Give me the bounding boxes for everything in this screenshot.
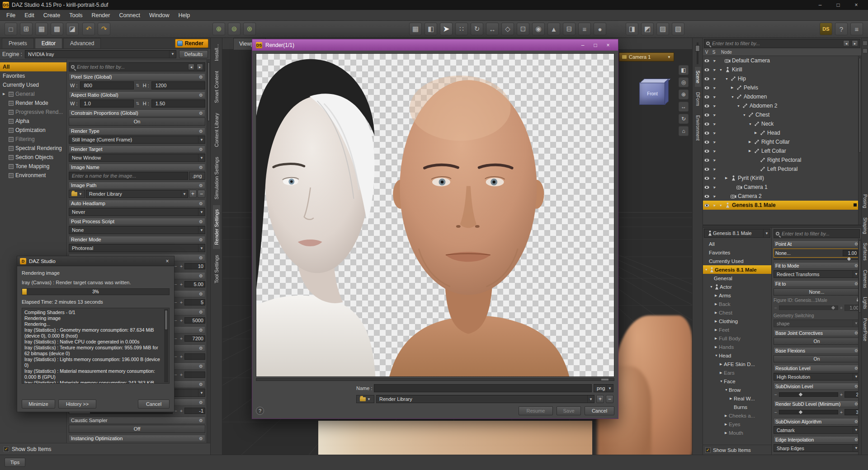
pane-tab-powerpose[interactable]: PowerPose [862, 315, 868, 345]
menu-edit[interactable]: Edit [20, 10, 39, 21]
expand-arrow-icon[interactable]: ▶ [715, 328, 719, 332]
tips-button[interactable]: Tips [5, 458, 25, 467]
selectable-icon[interactable]: ➤ [711, 113, 718, 117]
property-stepper[interactable]: −+3 [774, 409, 860, 416]
gear-icon[interactable]: ⚙ [199, 310, 203, 315]
category-item[interactable]: Optimization [0, 126, 66, 135]
visibility-icon[interactable] [703, 159, 711, 162]
rotate-tool-icon[interactable]: ↻ [471, 23, 483, 35]
visibility-icon[interactable] [703, 204, 711, 207]
parameter-group-row[interactable]: Currently Used [703, 257, 771, 265]
render-name-input[interactable] [374, 384, 592, 392]
texture-mode-icon[interactable]: ▨ [656, 23, 669, 35]
gear-icon[interactable]: ⚙ [854, 419, 858, 424]
pane-tab-render-settings[interactable]: Render Settings [213, 205, 220, 249]
expand-arrow-icon[interactable]: ▼ [731, 95, 736, 99]
remove-path-button[interactable]: − [198, 190, 205, 198]
gear-icon[interactable]: ⚙ [199, 111, 203, 116]
scene-node-row[interactable]: ➤▼Abdomen [703, 92, 858, 101]
prev-filter-button[interactable]: ◂ [843, 40, 849, 47]
library-folder-button[interactable]: ▼ [356, 395, 374, 403]
property-toggle[interactable]: On [774, 355, 860, 362]
extension-chip[interactable]: .png [189, 172, 205, 180]
expand-arrow-icon[interactable]: ▼ [737, 104, 741, 108]
spot-render-icon[interactable]: ◩ [641, 23, 654, 35]
link-icon[interactable]: ⇅ [135, 83, 141, 88]
parameter-group-row[interactable]: ▶Mouth [703, 428, 771, 437]
slider-value[interactable]: -1 [184, 408, 205, 414]
increment-icon[interactable]: + [179, 409, 184, 414]
gear-icon[interactable]: ⚙ [199, 291, 203, 296]
width-field[interactable]: 1.0 [80, 99, 134, 108]
minimize-button[interactable]: – [811, 0, 829, 10]
selectable-icon[interactable]: ➤ [711, 194, 718, 198]
menu-create[interactable]: Create [39, 10, 65, 21]
parameter-group-row[interactable]: All [703, 240, 771, 248]
increment-icon[interactable]: + [839, 392, 844, 397]
visibility-icon[interactable] [703, 95, 711, 99]
gear-icon[interactable]: ⚙ [854, 348, 858, 353]
redo-icon[interactable]: ↷ [98, 23, 110, 35]
gear-icon[interactable]: ⚙ [854, 263, 858, 268]
help-icon[interactable]: ? [256, 407, 264, 415]
parameter-group-row[interactable]: ▶Hands [703, 343, 771, 351]
selectable-icon[interactable]: ➤ [711, 86, 718, 90]
parameter-group-row[interactable]: ▼Face [703, 377, 771, 385]
gear-icon[interactable]: ⚙ [199, 382, 203, 387]
category-item[interactable]: Tone Mapping [0, 162, 66, 171]
property-button[interactable]: None... [774, 288, 860, 296]
shade-mode-icon[interactable]: ▧ [672, 23, 684, 35]
scale-tool-icon[interactable]: ◇ [501, 23, 514, 35]
gear-icon[interactable]: ⚙ [199, 201, 203, 206]
close-icon[interactable]: × [163, 258, 171, 264]
expand-arrow-icon[interactable]: ▶ [715, 337, 719, 340]
parameter-group-row[interactable]: ▶AFE Skin D... [703, 360, 771, 368]
gear-icon[interactable]: ⚙ [199, 255, 203, 260]
increment-icon[interactable]: + [179, 282, 184, 287]
scene-node-row[interactable]: ➤▶Left Collar [703, 146, 858, 155]
expand-arrow-icon[interactable]: ▶ [3, 92, 7, 96]
slider-value[interactable]: 5.00 [184, 281, 205, 287]
scene-node-row[interactable]: ➤Camera 1 [703, 183, 858, 192]
expand-arrow-icon[interactable]: ▼ [743, 113, 747, 117]
scene-node-row[interactable]: ➤▶Right Collar [703, 137, 858, 146]
render-zoom-slider[interactable] [256, 378, 614, 381]
settings-filter-input[interactable]: Enter text to filter by... ◂ ▸ [69, 62, 205, 71]
property-toggle[interactable]: On [774, 338, 860, 345]
slider-value[interactable]: 10 [184, 263, 205, 269]
path-dropdown[interactable]: Render Library▼ [86, 190, 188, 198]
gear-icon[interactable]: ⚙ [854, 331, 858, 335]
scene-filter-input[interactable]: Enter text to filter by... ◂ ▸ [704, 39, 860, 48]
defaults-button[interactable]: Defaults [179, 50, 208, 58]
category-item[interactable]: Filtering [0, 135, 66, 144]
selectable-icon[interactable]: ➤ [711, 176, 718, 180]
viewport-camera-selector[interactable]: Camera 1 ▼ [619, 52, 674, 61]
visibility-icon[interactable] [703, 186, 711, 189]
menu-connect[interactable]: Connect [114, 10, 145, 21]
pane-tab-environment[interactable]: Environment [695, 112, 701, 144]
gear-icon[interactable]: ⚙ [199, 400, 203, 405]
parameter-group-row[interactable]: Burns [703, 403, 771, 411]
scene-grid-icon[interactable]: ▦ [409, 23, 422, 35]
expand-arrow-icon[interactable]: ▶ [720, 362, 724, 366]
stepper-value[interactable]: 2 [844, 391, 860, 398]
visibility-icon[interactable] [703, 68, 711, 71]
expand-arrow-icon[interactable]: ▼ [720, 380, 724, 383]
point-at-number[interactable]: 1.00 [843, 250, 858, 256]
pointer-tool-icon[interactable]: ➤ [440, 23, 453, 35]
property-dropdown[interactable]: High Resolution▼ [774, 373, 860, 381]
new-scene-icon[interactable]: □ [5, 23, 17, 35]
visibility-icon[interactable] [703, 122, 711, 126]
selectable-icon[interactable]: ➤ [711, 131, 718, 135]
gear-icon[interactable]: ⚙ [199, 147, 203, 152]
visibility-icon[interactable] [703, 113, 711, 117]
expand-arrow-icon[interactable]: ▼ [725, 77, 730, 80]
gear-icon[interactable]: ⚙ [199, 165, 203, 170]
parameter-group-row[interactable]: ▶Feet [703, 325, 771, 334]
draw-style-icon[interactable]: ◧ [679, 65, 689, 75]
visibility-icon[interactable] [703, 132, 711, 135]
expand-arrow-icon[interactable]: ▶ [715, 320, 719, 323]
pane-tab-scene[interactable]: Scene [695, 67, 701, 87]
property-dropdown[interactable]: Sharp Edges▼ [774, 444, 860, 452]
scene-node-row[interactable]: ➤▶Pyrit (Kirill) [703, 174, 858, 183]
